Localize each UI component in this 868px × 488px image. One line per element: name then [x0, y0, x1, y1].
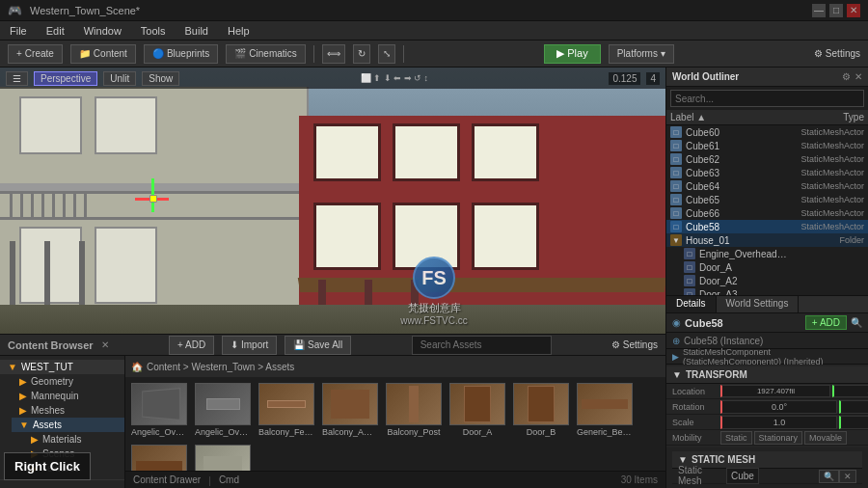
blueprints-button[interactable]: 🔵 Blueprints [144, 44, 218, 64]
outliner-header: World Outliner ⚙ ✕ [666, 68, 868, 87]
rotate-tool[interactable]: ↻ [353, 44, 370, 64]
create-button[interactable]: + Create [8, 44, 63, 64]
table-row[interactable]: ▼ House_01 Folder [666, 233, 868, 247]
translate-tool[interactable]: ⟺ [322, 44, 345, 64]
cinematics-button[interactable]: 🎬 Cinematics [226, 44, 305, 64]
outliner-settings-btn[interactable]: ⚙ [842, 71, 851, 82]
close-button[interactable]: ✕ [847, 4, 860, 17]
rotation-y[interactable] [839, 400, 868, 414]
cb-folder-meshes[interactable]: ▶ Meshes [12, 403, 124, 418]
actor-icon: □ [670, 221, 682, 232]
scale-tool[interactable]: ⤡ [378, 44, 395, 64]
location-y[interactable] [832, 385, 868, 397]
outliner-close-btn[interactable]: ✕ [854, 71, 862, 82]
menu-build[interactable]: Build [181, 25, 212, 37]
cb-close-icon[interactable]: ✕ [101, 339, 109, 350]
cb-folder-west-tut[interactable]: ▼ WEST_TUT [0, 360, 124, 374]
actor-icon: □ [684, 248, 695, 259]
cb-content-drawer-btn[interactable]: Content Drawer [133, 474, 201, 485]
list-item[interactable]: Floor_Vec_Shoes... [193, 443, 253, 471]
folder-icon: ▶ [19, 376, 27, 387]
table-row[interactable]: □ Cube66 StaticMeshActor [666, 206, 868, 220]
viewport[interactable]: ☰ Perspective Unlit Show ⬜ ⬆ ⬇ ⬅ ➡ ↺ ↕ 0… [0, 68, 665, 334]
list-item[interactable]: Balcony_Fence_Straight [257, 381, 316, 439]
title-bar: 🎮 Western_Town_Scene* — □ ✕ [0, 0, 868, 21]
cb-settings-button[interactable]: ⚙ Settings [611, 339, 658, 350]
gizmo-center [149, 195, 157, 203]
list-item[interactable]: Door_B [511, 381, 571, 439]
list-item[interactable]: Generic_Beam_B [129, 443, 189, 471]
list-item[interactable]: Angelic_Overhead_Cement... [129, 381, 189, 439]
menu-edit[interactable]: Edit [42, 25, 68, 37]
cb-main-search[interactable] [412, 336, 552, 355]
menu-help[interactable]: Help [224, 25, 254, 37]
cb-folder-mannequin[interactable]: ▶ Mannequin [12, 389, 124, 403]
scale-label: Scale [672, 418, 720, 427]
scale-y[interactable] [839, 416, 868, 429]
scale-x[interactable] [720, 416, 837, 429]
minimize-button[interactable]: — [812, 4, 826, 17]
rotation-values [720, 400, 868, 414]
cb-folder-materials[interactable]: ▶ Materials [23, 432, 124, 447]
rotation-x[interactable] [720, 400, 837, 414]
table-row[interactable]: □ Cube64 StaticMeshActor [666, 179, 868, 193]
cb-cmd-btn[interactable]: Cmd [219, 474, 239, 485]
table-row[interactable]: □ Cube63 StaticMeshActor [666, 166, 868, 179]
item-thumbnail [449, 383, 505, 425]
menu-file[interactable]: File [6, 25, 31, 37]
static-btn[interactable]: Static [720, 431, 752, 445]
table-row[interactable]: □ Door_A3 [666, 287, 868, 295]
table-row[interactable]: □ Cube58 StaticMeshActor [666, 220, 868, 233]
cb-add-button[interactable]: + ADD [169, 336, 214, 355]
movable-btn[interactable]: Movable [804, 431, 847, 445]
table-row[interactable]: □ Door_A [666, 260, 868, 274]
cb-folder-geometry[interactable]: ▶ Geometry [12, 374, 124, 389]
table-row[interactable]: □ Engine_Overhead_Support [666, 247, 868, 260]
menu-tools[interactable]: Tools [137, 25, 170, 37]
location-x[interactable] [720, 385, 830, 397]
outliner-search[interactable] [670, 90, 864, 107]
sm-clear-btn[interactable]: ✕ [839, 470, 856, 483]
list-item[interactable]: Angelic_Overhead_Straight... [193, 381, 253, 439]
actor-icon: □ [684, 261, 695, 273]
cb-folder-assets[interactable]: ▼ Assets [12, 418, 124, 432]
location-row: Location [666, 384, 868, 399]
toolbar: + Create 📁 Content 🔵 Blueprints 🎬 Cinema… [0, 41, 868, 68]
perspective-btn[interactable]: Perspective [34, 71, 97, 86]
settings-button[interactable]: ⚙ Settings [814, 48, 860, 59]
show-btn[interactable]: Show [142, 71, 179, 86]
play-button[interactable]: ▶ Play [544, 44, 600, 64]
list-item[interactable]: Generic_Beam [575, 381, 635, 439]
details-panel: Details World Settings ◉ Cube58 + ADD 🔍 … [666, 295, 868, 488]
details-search-btn[interactable]: 🔍 [851, 317, 862, 328]
content-button[interactable]: 📁 Content [70, 44, 136, 64]
table-row[interactable]: □ Cube65 StaticMeshActor [666, 193, 868, 206]
blueprint-icon: 🔵 [152, 48, 164, 59]
menu-window[interactable]: Window [80, 25, 125, 37]
cb-folder-textures[interactable]: ▶ Textures [23, 461, 124, 475]
cb-folder-scenes[interactable]: ▶ Scenes [23, 447, 124, 461]
hamburger-btn[interactable]: ☰ [6, 71, 28, 86]
table-row[interactable]: □ Cube62 StaticMeshActor [666, 152, 868, 166]
maximize-button[interactable]: □ [829, 4, 843, 17]
outliner-title: World Outliner [672, 71, 838, 82]
stationary-btn[interactable]: Stationary [754, 431, 803, 445]
cb-save-button[interactable]: 💾 Save All [285, 336, 351, 355]
sm-browse-btn[interactable]: 🔍 [819, 470, 839, 483]
cb-body: ▼ WEST_TUT ▶ Geometry ▶ Mannequin ▶ Mesh… [0, 356, 665, 488]
table-row[interactable]: □ Cube61 StaticMeshActor [666, 139, 868, 152]
tab-world-settings[interactable]: World Settings [717, 296, 800, 312]
table-row[interactable]: □ Door_A2 [666, 274, 868, 287]
tab-details[interactable]: Details [666, 296, 717, 312]
item-thumbnail [258, 383, 314, 425]
title-bar-controls[interactable]: — □ ✕ [812, 4, 860, 17]
list-item[interactable]: Balcony_Post [384, 381, 444, 439]
unlit-btn[interactable]: Unlit [103, 71, 136, 86]
left-windows-upper [19, 96, 237, 154]
table-row[interactable]: □ Cube60 StaticMeshActor [666, 125, 868, 139]
platforms-button[interactable]: Platforms ▾ [609, 44, 674, 64]
list-item[interactable]: Door_A [448, 381, 507, 439]
cb-import-button[interactable]: ⬇ Import [222, 336, 277, 355]
list-item[interactable]: Balcony_Amos_Straight... [320, 381, 380, 439]
details-add-button[interactable]: + ADD [805, 315, 847, 330]
